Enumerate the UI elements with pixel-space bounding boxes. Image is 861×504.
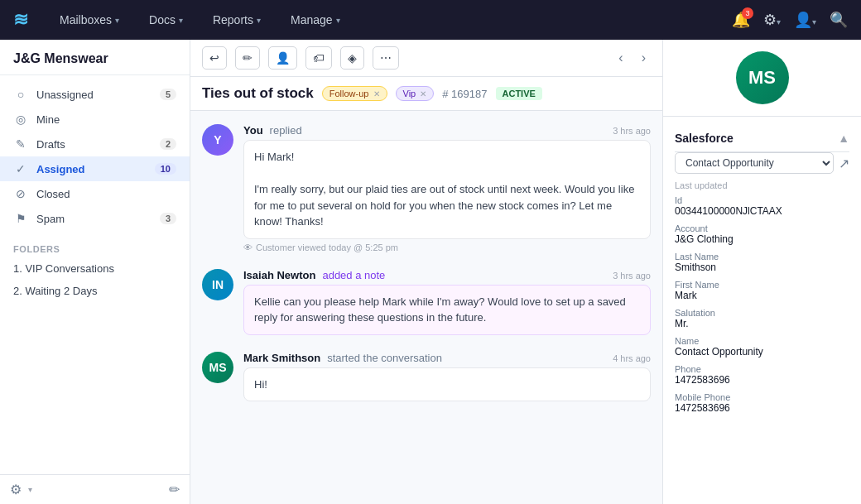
- message-content: You replied 3 hrs ago Hi Mark! I'm reall…: [243, 124, 651, 252]
- sidebar: J&G Menswear ○ Unassigned 5 ◎ Mine ✎ Dra…: [0, 40, 190, 504]
- field-label: Id: [675, 195, 849, 205]
- field-value: J&G Clothing: [675, 233, 849, 245]
- app-logo: ≋: [13, 9, 28, 31]
- nav-manage[interactable]: Manage ▾: [286, 10, 345, 30]
- undo-button[interactable]: ↩: [202, 46, 227, 70]
- next-conversation-button[interactable]: ›: [637, 47, 651, 69]
- remove-vip-tag[interactable]: ✕: [420, 89, 426, 98]
- format-button[interactable]: ✏: [235, 46, 260, 70]
- field-value: 1472583696: [675, 402, 849, 414]
- drafts-icon: ✎: [13, 137, 28, 151]
- notification-badge: 3: [742, 7, 753, 19]
- settings-icon[interactable]: ⚙: [10, 482, 22, 497]
- message-content: Mark Smithson started the conversation 4…: [243, 352, 651, 402]
- message-block: MS Mark Smithson started the conversatio…: [202, 352, 651, 402]
- nav-mailboxes[interactable]: Mailboxes ▾: [55, 10, 124, 30]
- message-body: Hi Mark! I'm really sorry, but our plaid…: [243, 140, 651, 239]
- conv-toolbar: ↩ ✏ 👤 🏷 ◈ ⋯ ‹ ›: [190, 40, 662, 77]
- nav-docs[interactable]: Docs ▾: [144, 10, 188, 30]
- message-footer: 👁 Customer viewed today @ 5:25 pm: [243, 242, 651, 252]
- message-content: Isaiah Newton added a note 3 hrs ago Kel…: [243, 269, 651, 335]
- sf-field-lastname: Last Name Smithson: [675, 252, 849, 273]
- message-author: Isaiah Newton: [243, 269, 315, 281]
- conv-header: Ties out of stock Follow-up ✕ Vip ✕ # 16…: [190, 77, 662, 111]
- sidebar-item-assigned[interactable]: ✓ Assigned 10: [0, 156, 190, 181]
- field-label: Name: [675, 336, 849, 346]
- tag-vip[interactable]: Vip ✕: [396, 86, 435, 101]
- conversation-title: Ties out of stock: [202, 85, 314, 102]
- sf-field-name: Name Contact Opportunity: [675, 336, 849, 358]
- nav-reports[interactable]: Reports ▾: [208, 10, 266, 30]
- account-button[interactable]: 👤▾: [794, 11, 816, 29]
- sf-field-mobile: Mobile Phone 1472583696: [675, 392, 849, 414]
- sidebar-item-unassigned[interactable]: ○ Unassigned 5: [0, 82, 190, 107]
- content-panel: ↩ ✏ 👤 🏷 ◈ ⋯ ‹ › Ties out of stock Follow…: [190, 40, 662, 504]
- sf-field-phone: Phone 1472583696: [675, 364, 849, 386]
- conversation-status-badge: ACTIVE: [496, 87, 542, 100]
- sidebar-footer: ⚙ ▾ ✏: [0, 474, 190, 504]
- sidebar-item-mine[interactable]: ◎ Mine: [0, 107, 190, 132]
- sidebar-title: J&G Menswear: [0, 40, 190, 75]
- sidebar-items: ○ Unassigned 5 ◎ Mine ✎ Drafts 2 ✓ Assig…: [0, 75, 190, 474]
- folder-waiting-2-days[interactable]: 2. Waiting 2 Days: [0, 280, 190, 302]
- notifications-button[interactable]: 🔔 3: [732, 11, 750, 29]
- salesforce-link-button[interactable]: ↗: [839, 156, 849, 171]
- unassigned-icon: ○: [13, 88, 28, 101]
- sidebar-item-closed[interactable]: ⊘ Closed: [0, 181, 190, 206]
- message-time: 3 hrs ago: [613, 271, 651, 281]
- sidebar-item-label: Drafts: [36, 138, 152, 151]
- field-value: Mark: [675, 290, 849, 301]
- field-label: Account: [675, 223, 849, 233]
- collapse-salesforce-button[interactable]: ▲: [838, 132, 849, 145]
- sidebar-badge: 5: [160, 89, 176, 100]
- message-time: 3 hrs ago: [613, 126, 651, 136]
- folder-label: 1. VIP Conversations: [13, 262, 114, 275]
- field-value: 1472583696: [675, 374, 849, 386]
- contact-type-select[interactable]: Contact Opportunity: [675, 152, 834, 174]
- remove-followup-tag[interactable]: ✕: [373, 89, 380, 98]
- field-value: 00344100000NJlCTAAX: [675, 205, 849, 217]
- folder-vip-conversations[interactable]: 1. VIP Conversations: [0, 257, 190, 280]
- message-header: Mark Smithson started the conversation 4…: [243, 352, 651, 364]
- salesforce-header: Salesforce ▲: [675, 125, 849, 152]
- nav-icons: 🔔 3 ⚙▾ 👤▾ 🔍: [732, 11, 848, 29]
- sf-field-firstname: First Name Mark: [675, 280, 849, 301]
- main-layout: J&G Menswear ○ Unassigned 5 ◎ Mine ✎ Dra…: [0, 40, 861, 504]
- more-button[interactable]: ⋯: [373, 46, 399, 70]
- field-label: First Name: [675, 280, 849, 290]
- sf-field-salutation: Salutation Mr.: [675, 308, 849, 329]
- message-time: 4 hrs ago: [613, 353, 651, 363]
- message-action: replied: [270, 124, 302, 137]
- message-header: Isaiah Newton added a note 3 hrs ago: [243, 269, 651, 281]
- sidebar-item-label: Mine: [36, 113, 176, 126]
- sf-field-id: Id 00344100000NJlCTAAX: [675, 195, 849, 217]
- label-button[interactable]: 🏷: [305, 46, 332, 70]
- sidebar-item-drafts[interactable]: ✎ Drafts 2: [0, 132, 190, 156]
- avatar: IN: [202, 269, 233, 300]
- chevron-down-icon: ▾: [336, 16, 340, 25]
- closed-icon: ⊘: [13, 187, 28, 200]
- message-author: Mark Smithson: [243, 352, 320, 364]
- field-label: Mobile Phone: [675, 392, 849, 402]
- field-value: Smithson: [675, 262, 849, 273]
- right-panel: MS Salesforce ▲ Contact Opportunity ↗ La…: [662, 40, 861, 504]
- messages-area: Y You replied 3 hrs ago Hi Mark! I'm rea…: [190, 111, 662, 504]
- settings-button[interactable]: ⚙▾: [763, 11, 781, 29]
- sidebar-badge: 10: [155, 163, 176, 175]
- prev-conversation-button[interactable]: ‹: [613, 47, 628, 69]
- tag-button[interactable]: ◈: [340, 46, 364, 70]
- assign-button[interactable]: 👤: [268, 46, 297, 70]
- profile-section: MS: [663, 40, 861, 117]
- message-body-note: Kellie can you please help Mark while I'…: [243, 285, 651, 335]
- sidebar-badge: 2: [160, 138, 176, 150]
- message-author: You: [243, 124, 263, 137]
- compose-icon[interactable]: ✏: [169, 482, 180, 497]
- sidebar-item-label: Assigned: [36, 163, 147, 175]
- tag-followup[interactable]: Follow-up ✕: [322, 86, 387, 101]
- message-block: IN Isaiah Newton added a note 3 hrs ago …: [202, 269, 651, 335]
- folders-section-label: FOLDERS: [0, 238, 190, 257]
- sidebar-item-spam[interactable]: ⚑ Spam 3: [0, 206, 190, 231]
- field-label: Last Name: [675, 252, 849, 262]
- field-value: Mr.: [675, 318, 849, 329]
- search-button[interactable]: 🔍: [830, 11, 848, 29]
